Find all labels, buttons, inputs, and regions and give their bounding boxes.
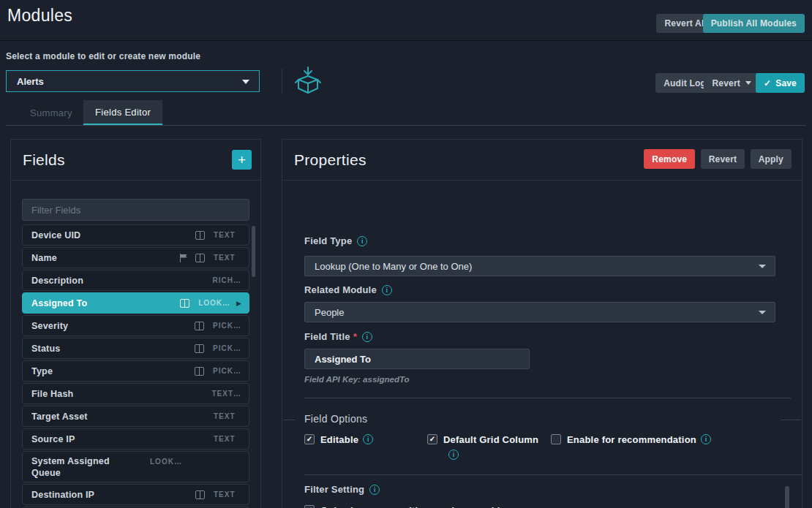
module-import-box-icon: [294, 66, 322, 96]
field-name: Severity: [31, 321, 187, 331]
info-icon[interactable]: i: [448, 450, 459, 460]
field-name: Device UID: [31, 230, 188, 240]
checkbox-icon: [551, 434, 561, 444]
fields-panel-header: Fields +: [11, 140, 260, 181]
fields-list-scrollbar[interactable]: [252, 226, 255, 277]
field-row-description[interactable]: DescriptionRICH…: [22, 270, 249, 291]
grid-column-icon: [195, 254, 205, 262]
field-name: Target Asset: [31, 412, 205, 422]
revert-field-button[interactable]: Revert: [701, 149, 745, 169]
field-name: System Assigned Queue: [31, 455, 141, 479]
module-select-dropdown[interactable]: Alerts: [6, 70, 260, 92]
related-module-dropdown[interactable]: People: [304, 302, 775, 322]
field-row-device-uid[interactable]: Device UIDTEXT: [22, 224, 249, 246]
editable-checkbox[interactable]: ✓Editablei: [304, 434, 373, 445]
field-type-dropdown[interactable]: Lookup (One to Many or One to One): [304, 256, 775, 276]
revert-dropdown-button[interactable]: Revert: [704, 73, 759, 93]
add-field-button[interactable]: +: [232, 150, 252, 170]
field-row-system-assigned-queue[interactable]: System Assigned QueueLOOK…: [22, 451, 249, 482]
checkbox-icon: ✓: [427, 434, 437, 444]
legend-dash: [283, 420, 295, 420]
fields-panel: Fields + Device UIDTEXTNameTEXTDescripti…: [10, 139, 261, 508]
grid-column-icon: [180, 299, 189, 308]
default-grid-column-checkbox-label: Default Grid Column: [443, 434, 538, 445]
field-type-badge: TEXT…: [211, 390, 241, 398]
module-select-label: Select a module to edit or create new mo…: [6, 51, 200, 61]
save-label: Save: [775, 78, 797, 88]
vertical-divider: [282, 69, 282, 94]
fields-panel-body: Device UIDTEXTNameTEXTDescriptionRICH…As…: [11, 181, 260, 508]
field-name: Assigned To: [31, 298, 173, 308]
field-name: Name: [31, 253, 172, 263]
info-icon[interactable]: i: [382, 285, 392, 295]
revert-dropdown-label: Revert: [712, 78, 740, 88]
enable-for-recommendation-checkbox-label: Enable for recommendation: [567, 434, 696, 445]
field-row-file-hash[interactable]: File HashTEXT…: [22, 383, 249, 404]
remove-button[interactable]: Remove: [644, 149, 695, 169]
field-type-badge: RICH…: [213, 276, 241, 284]
grid-column-icon: [195, 322, 204, 330]
chevron-down-icon: [242, 80, 249, 84]
properties-actions: Remove Revert Apply: [642, 149, 792, 169]
properties-panel-body: Field Type i Lookup (One to Many or One …: [282, 181, 802, 508]
field-name: Destination IP: [31, 490, 188, 500]
field-row-assigned-to[interactable]: Assigned ToLOOK…▶: [22, 292, 249, 314]
info-icon[interactable]: i: [362, 332, 372, 342]
grid-column-icon: [195, 231, 205, 240]
info-icon[interactable]: i: [369, 485, 380, 495]
field-name: Status: [31, 344, 187, 354]
check-icon: ✓: [764, 78, 771, 88]
field-row-name[interactable]: NameTEXT: [22, 247, 249, 268]
legend-dash: [781, 420, 801, 420]
publish-all-modules-button[interactable]: Publish All Modules: [703, 14, 805, 33]
fields-list: Device UIDTEXTNameTEXTDescriptionRICH…As…: [22, 224, 249, 508]
apply-button[interactable]: Apply: [751, 149, 792, 169]
tabs-divider: [6, 125, 806, 126]
field-name: Type: [31, 366, 187, 376]
tab-fields-editor[interactable]: Fields Editor: [83, 100, 162, 126]
filter-fields-input[interactable]: [22, 199, 249, 221]
field-type-badge: TEXT: [214, 254, 241, 262]
related-module-label: Related Module i: [304, 284, 392, 295]
properties-panel-title: Properties: [294, 151, 366, 169]
field-row-target-asset[interactable]: Target AssetTEXT: [22, 406, 249, 427]
info-icon[interactable]: i: [357, 236, 367, 246]
default-grid-column-checkbox[interactable]: ✓Default Grid Column: [427, 434, 538, 445]
chevron-down-icon: [759, 265, 766, 268]
field-type-badge: PICK…: [213, 367, 241, 375]
field-row-type[interactable]: TypePICK…: [22, 360, 249, 382]
field-type-badge: LOOK…: [150, 458, 182, 466]
field-type-badge: LOOK…: [198, 299, 230, 307]
field-row-severity[interactable]: SeverityPICK…: [22, 315, 249, 336]
ownership-checkbox[interactable]: ✓ Only show users with record ownership: [304, 505, 506, 508]
related-module-value: People: [315, 307, 344, 318]
properties-panel: Properties Remove Revert Apply Field Typ…: [282, 139, 802, 508]
field-type-value: Lookup (One to Many or One to One): [315, 261, 472, 272]
page-title: Modules: [7, 6, 72, 26]
save-button[interactable]: ✓ Save: [756, 73, 805, 93]
header-divider: [0, 40, 812, 41]
field-options-heading: Field Options: [304, 413, 367, 425]
section-divider: [304, 398, 791, 398]
info-icon[interactable]: i: [363, 434, 373, 444]
ownership-checkbox-label: Only show users with record ownership: [320, 505, 506, 508]
properties-scrollbar[interactable]: [785, 486, 789, 508]
tab-summary[interactable]: Summary: [18, 100, 84, 126]
field-row-destination-ip[interactable]: Destination IPTEXT: [22, 484, 249, 505]
field-row-source-ip[interactable]: Source IPTEXT: [22, 428, 249, 450]
field-type-badge: PICK…: [213, 322, 241, 330]
field-api-key: Field API Key: assignedTo: [304, 375, 410, 384]
field-row-status[interactable]: StatusPICK…: [22, 338, 249, 359]
field-title-label: Field Title * i: [304, 331, 372, 342]
field-type-label: Field Type i: [304, 235, 367, 246]
info-icon[interactable]: i: [701, 434, 711, 444]
fields-panel-title: Fields: [23, 151, 65, 169]
grid-column-icon: [195, 367, 204, 376]
checkbox-icon: ✓: [304, 505, 315, 508]
field-type-badge: TEXT: [214, 435, 241, 443]
related-module-label-text: Related Module: [304, 284, 377, 295]
field-title-input[interactable]: [304, 349, 530, 369]
field-type-badge: PICK…: [213, 344, 241, 352]
enable-for-recommendation-checkbox[interactable]: Enable for recommendationi: [551, 434, 711, 445]
expand-arrow-icon: ▶: [236, 300, 241, 307]
